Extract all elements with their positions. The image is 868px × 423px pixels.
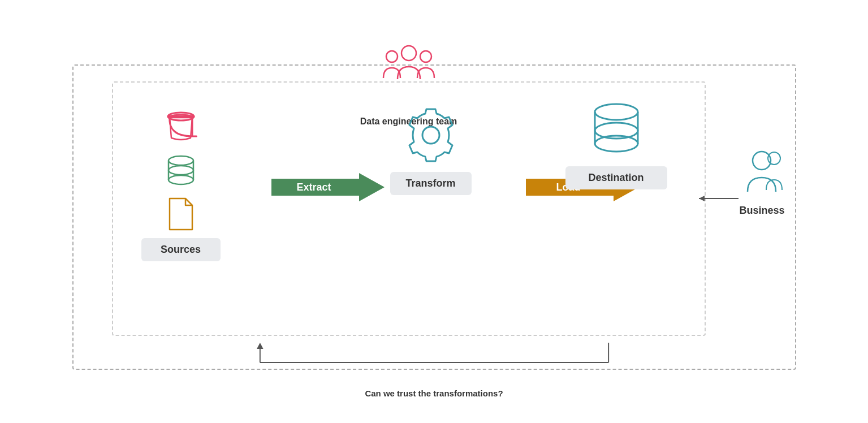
sources-label: Sources (141, 238, 221, 261)
svg-point-12 (595, 104, 638, 120)
inner-box: Data engineering team (112, 81, 706, 336)
team-icon-container (381, 44, 437, 92)
svg-point-9 (422, 127, 439, 144)
transform-label: Transform (390, 172, 472, 195)
team-people-icon (381, 44, 437, 89)
svg-text:Extract: Extract (296, 182, 331, 193)
business-arrow (693, 193, 739, 206)
svg-point-0 (386, 51, 398, 62)
feedback-arrow-svg (140, 340, 728, 385)
feedback-question: Can we trust the transformations? (140, 389, 728, 398)
gear-icon (400, 100, 462, 162)
svg-point-4 (169, 156, 193, 165)
feedback-section: Can we trust the transformations? (140, 340, 728, 398)
extract-arrow-svg: Extract (271, 170, 385, 204)
svg-marker-16 (699, 196, 705, 201)
sources-column: Sources (141, 105, 221, 261)
file-icon (164, 196, 198, 232)
destination-column: Destination (565, 100, 667, 189)
svg-marker-22 (257, 343, 264, 349)
database-icon (161, 150, 201, 190)
svg-point-1 (420, 51, 431, 62)
extract-arrow: Extract (271, 170, 385, 206)
business-column: Business (739, 149, 784, 217)
bucket-icon (161, 105, 201, 145)
diagram-container: Data engineering team (38, 19, 830, 404)
transform-column: Transform (390, 100, 472, 195)
business-person-icon (739, 149, 784, 200)
svg-point-2 (401, 46, 416, 61)
svg-point-5 (169, 166, 193, 175)
svg-point-6 (169, 175, 193, 184)
destination-db-icon (585, 100, 647, 156)
business-label: Business (739, 205, 784, 217)
destination-label: Destination (565, 166, 667, 189)
business-arrow-svg (693, 193, 739, 204)
